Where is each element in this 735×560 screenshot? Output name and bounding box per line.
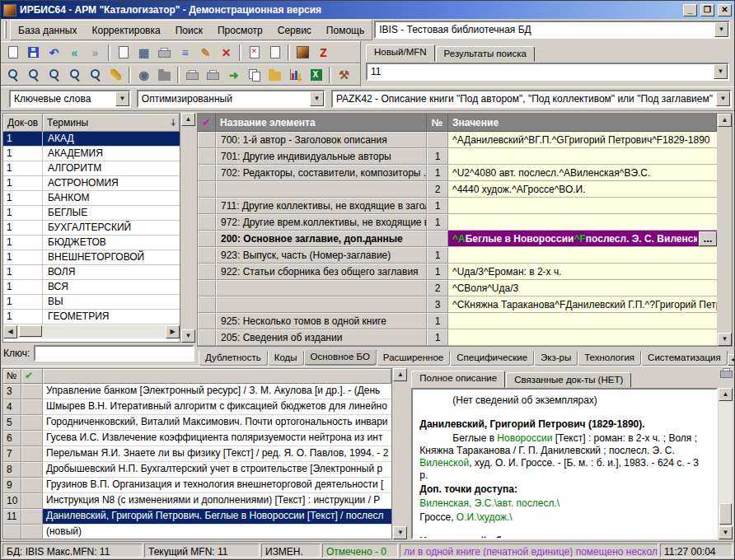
field-value-cell[interactable]: ^СВоля^Uда/3	[448, 280, 717, 296]
edit-record-icon[interactable]: ✎	[195, 43, 216, 63]
field-value-cell[interactable]: ^АДанилевский^ВГ.П.^GГригорий Петрович^F…	[448, 132, 717, 148]
chevron-down-icon[interactable]: ▼	[716, 91, 730, 106]
global-correction-icon[interactable]: ⚒	[334, 65, 354, 85]
record-check-cell[interactable]	[21, 399, 43, 415]
field-row[interactable]: 701: Другие индивидуальные авторы1	[198, 148, 717, 165]
search-complex-icon[interactable]	[23, 65, 44, 85]
term-row[interactable]: 1БЕГЛЫЕ	[3, 206, 180, 221]
record-check-cell[interactable]	[21, 493, 43, 509]
pin-icon[interactable]: †	[171, 118, 176, 128]
menu-item[interactable]: Поиск	[168, 22, 210, 39]
record-row[interactable]: 3Управление банком [Электронный ресурс] …	[3, 384, 391, 399]
records-vscrollbar[interactable]: ▲ ▼	[393, 368, 407, 539]
menu-item[interactable]: Просмотр	[210, 22, 270, 39]
maximize-button[interactable]: ❐	[700, 4, 714, 16]
field-row[interactable]: 2^4440 худож.^АГроссе^ВО.И.	[198, 181, 717, 198]
fields-col-num[interactable]: №	[427, 114, 448, 132]
description-tab[interactable]: Связанные док-ты (НЕТ)	[506, 372, 631, 388]
field-row[interactable]: 925: Несколько томов в одной книге1	[198, 313, 717, 329]
record-tab[interactable]: Новый/MFN	[366, 44, 435, 62]
print-icon[interactable]	[182, 65, 203, 85]
chevron-down-icon[interactable]: ▼	[115, 91, 129, 106]
menu-item[interactable]: Корректировка	[84, 22, 167, 39]
records-col-check[interactable]: ✔	[21, 369, 43, 384]
print-record-icon[interactable]	[154, 43, 175, 63]
save-record-icon[interactable]	[23, 43, 44, 63]
fields-col-name[interactable]: Название элемента	[216, 114, 427, 132]
scroll-up-icon[interactable]: ▲	[718, 114, 732, 127]
restore-record-icon[interactable]	[265, 43, 285, 63]
z3950-icon[interactable]: Z	[313, 43, 334, 63]
search-tree-icon[interactable]	[85, 65, 105, 85]
record-row[interactable]: 5Городниченковский, Виталий Максимович. …	[3, 415, 391, 431]
search-view-icon[interactable]	[64, 65, 85, 85]
terms-vscrollbar[interactable]: ▲ ▼	[181, 113, 195, 343]
field-tree-icon[interactable]: ≡	[175, 43, 195, 63]
term-row[interactable]: 1ГЕОМЕТРИЯ	[3, 310, 180, 324]
worksheet-tab[interactable]: Дублетность	[199, 351, 268, 366]
record-check-cell[interactable]	[21, 415, 43, 431]
menu-item[interactable]: Сервис	[270, 22, 319, 39]
term-row[interactable]: 1АКАД	[3, 132, 180, 147]
worksheet-tab[interactable]: Основное БО	[304, 350, 377, 366]
term-row[interactable]: 1АСТРОНОМИЯ	[3, 176, 180, 191]
scroll-thumb[interactable]	[19, 325, 42, 337]
record-row[interactable]: 4Шмырев В.Н. Итеративный алгоритм с фикс…	[3, 399, 391, 415]
field-value-cell[interactable]	[448, 247, 717, 264]
field-row[interactable]: 923: Выпуск, часть (Номер-заглавие)1	[198, 247, 717, 264]
scroll-down-icon[interactable]: ▼	[181, 329, 195, 343]
scroll-left-icon[interactable]: ◀	[728, 354, 734, 366]
fields-col-value[interactable]: Значение	[448, 114, 717, 132]
mfn-combo[interactable]: 11 ▼	[366, 63, 729, 81]
record-row[interactable]: 11Данилевский, Григорий Петрович. Беглые…	[3, 509, 391, 525]
term-row[interactable]: 1ВНЕШНЕТОРГОВОЙ	[3, 250, 180, 265]
scroll-right-icon[interactable]: ▶	[166, 325, 180, 338]
field-value-cell[interactable]	[448, 148, 717, 165]
print-description-icon[interactable]	[720, 368, 733, 378]
save-folder-icon[interactable]	[265, 65, 285, 85]
undo-icon[interactable]: ↶	[44, 43, 64, 63]
view-record-icon[interactable]: ◉	[133, 65, 154, 85]
record-check-cell[interactable]	[21, 525, 43, 539]
description-vscrollbar[interactable]: ▲ ▼	[719, 388, 733, 539]
term-row[interactable]: 1АКАДЕМИЯ	[3, 147, 180, 161]
delete-field-icon[interactable]: ✕	[216, 43, 236, 63]
field-value-cell[interactable]	[448, 329, 717, 346]
terms-col-term[interactable]: Термины †	[43, 114, 180, 132]
scroll-left-icon[interactable]: ◀	[3, 325, 17, 338]
field-row[interactable]: 711: Другие коллективы, не входящие в за…	[198, 198, 717, 214]
record-row[interactable]: 6Гусева И.С. Извлечение коэффициента пол…	[3, 431, 391, 446]
irbis-cat-logo[interactable]	[293, 43, 313, 63]
record-row[interactable]: 8Дробышевский Н.П. Бухгалтерский учет в …	[3, 462, 391, 478]
minimize-button[interactable]: _	[683, 4, 697, 16]
term-row[interactable]: 1БЮДЖЕТОВ	[3, 236, 180, 250]
scroll-down-icon[interactable]: ▼	[719, 526, 733, 539]
excel-icon[interactable]	[306, 65, 326, 85]
scroll-down-icon[interactable]: ▼	[393, 526, 407, 539]
export-icon[interactable]: ➜	[223, 65, 244, 85]
field-value-cell[interactable]: ^U2^4080 авт. послесл.^АВиленская^ВЭ.С.	[448, 165, 717, 181]
search-edit-icon[interactable]	[44, 65, 64, 85]
view-mode-select[interactable]: Оптимизированный ▼	[137, 90, 325, 108]
delete-record-icon[interactable]	[244, 43, 265, 63]
field-row[interactable]: 2^СВоля^Uда/3	[198, 280, 717, 296]
scroll-thumb[interactable]	[719, 503, 732, 525]
terms-col-count[interactable]: Док-ов	[3, 114, 43, 132]
clear-icon[interactable]	[105, 65, 126, 85]
term-row[interactable]: 1ВОЛЯ	[3, 265, 180, 280]
terms-hscrollbar[interactable]: ◀ ▶	[3, 325, 180, 338]
linked-term[interactable]: Виленской	[419, 457, 469, 469]
record-row[interactable]: 10Инструкция N8 (с изменениями и дополне…	[3, 493, 391, 509]
linked-term[interactable]: О.И.\худож.\	[456, 511, 513, 523]
scroll-up-icon[interactable]: ▲	[393, 368, 407, 381]
field-row[interactable]: 3^СКняжна Тараканова^FДанилевский Г.П.^?…	[198, 296, 717, 313]
next-record-icon[interactable]: »	[85, 43, 105, 63]
menu-item[interactable]: Помощь	[319, 22, 372, 39]
term-row[interactable]: 1БУХГАЛТЕРСКИЙ	[3, 221, 180, 236]
records-col-desc[interactable]	[43, 369, 391, 384]
record-row[interactable]: 9Грузинов В.П. Организация и технология …	[3, 478, 391, 493]
worksheet-tab[interactable]: Экз-ры	[534, 351, 578, 366]
field-value-cell[interactable]: ^СКняжна Тараканова^FДанилевский Г.П.^?Г…	[448, 296, 717, 313]
expand-value-button[interactable]: ...	[699, 231, 717, 246]
search-simple-icon[interactable]	[2, 65, 23, 85]
